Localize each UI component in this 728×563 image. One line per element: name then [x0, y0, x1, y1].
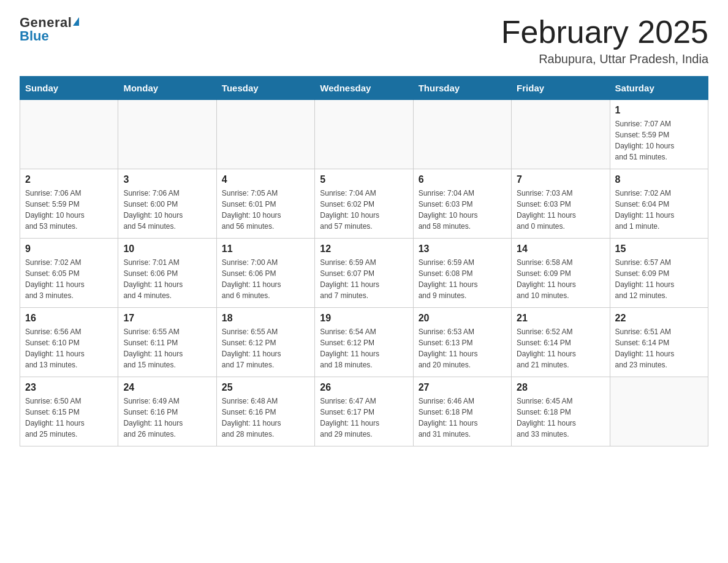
day-number: 7: [517, 174, 604, 185]
calendar-cell: 16Sunrise: 6:56 AM Sunset: 6:10 PM Dayli…: [20, 308, 118, 377]
calendar-cell: 27Sunrise: 6:46 AM Sunset: 6:18 PM Dayli…: [413, 377, 511, 446]
calendar-cell: 2Sunrise: 7:06 AM Sunset: 5:59 PM Daylig…: [20, 169, 118, 239]
day-info: Sunrise: 7:07 AM Sunset: 5:59 PM Dayligh…: [615, 118, 703, 163]
day-info: Sunrise: 6:46 AM Sunset: 6:18 PM Dayligh…: [419, 396, 506, 440]
calendar-cell: [118, 100, 216, 169]
day-info: Sunrise: 6:57 AM Sunset: 6:09 PM Dayligh…: [615, 257, 703, 301]
day-number: 1: [615, 105, 703, 116]
header-monday: Monday: [118, 77, 216, 100]
calendar-cell: 9Sunrise: 7:02 AM Sunset: 6:05 PM Daylig…: [20, 239, 118, 308]
header-friday: Friday: [512, 77, 610, 100]
day-number: 8: [615, 174, 703, 185]
day-info: Sunrise: 6:53 AM Sunset: 6:13 PM Dayligh…: [419, 326, 506, 370]
day-info: Sunrise: 6:56 AM Sunset: 6:10 PM Dayligh…: [25, 326, 113, 370]
day-number: 6: [419, 174, 506, 185]
calendar-cell: 12Sunrise: 6:59 AM Sunset: 6:07 PM Dayli…: [315, 239, 413, 308]
day-info: Sunrise: 6:58 AM Sunset: 6:09 PM Dayligh…: [517, 257, 604, 301]
calendar-cell: [512, 100, 610, 169]
page-header: General Blue February 2025 Rabupura, Utt…: [20, 15, 708, 66]
calendar-cell: 24Sunrise: 6:49 AM Sunset: 6:16 PM Dayli…: [118, 377, 216, 446]
logo-blue-text: Blue: [20, 28, 49, 44]
month-title: February 2025: [501, 15, 708, 50]
day-info: Sunrise: 7:00 AM Sunset: 6:06 PM Dayligh…: [222, 257, 309, 301]
calendar-cell: [610, 377, 708, 446]
calendar-cell: [315, 100, 413, 169]
calendar-cell: 19Sunrise: 6:54 AM Sunset: 6:12 PM Dayli…: [315, 308, 413, 377]
week-row-5: 23Sunrise: 6:50 AM Sunset: 6:15 PM Dayli…: [20, 377, 708, 446]
calendar-cell: 14Sunrise: 6:58 AM Sunset: 6:09 PM Dayli…: [512, 239, 610, 308]
calendar-table: SundayMondayTuesdayWednesdayThursdayFrid…: [20, 76, 708, 446]
day-number: 3: [123, 174, 211, 185]
calendar-cell: 28Sunrise: 6:45 AM Sunset: 6:18 PM Dayli…: [512, 377, 610, 446]
day-number: 17: [123, 313, 211, 324]
calendar-cell: 22Sunrise: 6:51 AM Sunset: 6:14 PM Dayli…: [610, 308, 708, 377]
day-number: 25: [222, 382, 309, 393]
calendar-cell: 1Sunrise: 7:07 AM Sunset: 5:59 PM Daylig…: [610, 100, 708, 169]
calendar-cell: [216, 100, 314, 169]
calendar-cell: 3Sunrise: 7:06 AM Sunset: 6:00 PM Daylig…: [118, 169, 216, 239]
day-info: Sunrise: 6:59 AM Sunset: 6:08 PM Dayligh…: [419, 257, 506, 301]
calendar-cell: 20Sunrise: 6:53 AM Sunset: 6:13 PM Dayli…: [413, 308, 511, 377]
calendar-header-row: SundayMondayTuesdayWednesdayThursdayFrid…: [20, 77, 708, 100]
day-info: Sunrise: 7:04 AM Sunset: 6:02 PM Dayligh…: [320, 188, 408, 232]
day-number: 23: [25, 382, 113, 393]
calendar-cell: 11Sunrise: 7:00 AM Sunset: 6:06 PM Dayli…: [216, 239, 314, 308]
day-info: Sunrise: 6:51 AM Sunset: 6:14 PM Dayligh…: [615, 326, 703, 370]
header-thursday: Thursday: [413, 77, 511, 100]
day-number: 14: [517, 243, 604, 255]
day-number: 12: [320, 243, 408, 255]
day-info: Sunrise: 6:52 AM Sunset: 6:14 PM Dayligh…: [517, 326, 604, 370]
calendar-cell: 17Sunrise: 6:55 AM Sunset: 6:11 PM Dayli…: [118, 308, 216, 377]
day-info: Sunrise: 7:05 AM Sunset: 6:01 PM Dayligh…: [222, 188, 309, 232]
day-number: 5: [320, 174, 408, 185]
week-row-1: 1Sunrise: 7:07 AM Sunset: 5:59 PM Daylig…: [20, 100, 708, 169]
day-number: 21: [517, 313, 604, 324]
day-info: Sunrise: 7:03 AM Sunset: 6:03 PM Dayligh…: [517, 188, 604, 232]
day-number: 11: [222, 243, 309, 255]
day-info: Sunrise: 6:50 AM Sunset: 6:15 PM Dayligh…: [25, 396, 113, 440]
day-info: Sunrise: 6:45 AM Sunset: 6:18 PM Dayligh…: [517, 396, 604, 440]
week-row-4: 16Sunrise: 6:56 AM Sunset: 6:10 PM Dayli…: [20, 308, 708, 377]
week-row-3: 9Sunrise: 7:02 AM Sunset: 6:05 PM Daylig…: [20, 239, 708, 308]
day-number: 24: [123, 382, 211, 393]
day-number: 26: [320, 382, 408, 393]
logo: General Blue: [20, 15, 79, 44]
day-info: Sunrise: 7:02 AM Sunset: 6:04 PM Dayligh…: [615, 188, 703, 232]
day-info: Sunrise: 6:49 AM Sunset: 6:16 PM Dayligh…: [123, 396, 211, 440]
calendar-cell: [413, 100, 511, 169]
logo-triangle-icon: [73, 17, 79, 26]
calendar-cell: 15Sunrise: 6:57 AM Sunset: 6:09 PM Dayli…: [610, 239, 708, 308]
day-number: 2: [25, 174, 113, 185]
day-number: 15: [615, 243, 703, 255]
day-number: 13: [419, 243, 506, 255]
day-number: 28: [517, 382, 604, 393]
calendar-cell: [20, 100, 118, 169]
calendar-cell: 8Sunrise: 7:02 AM Sunset: 6:04 PM Daylig…: [610, 169, 708, 239]
header-saturday: Saturday: [610, 77, 708, 100]
calendar-cell: 4Sunrise: 7:05 AM Sunset: 6:01 PM Daylig…: [216, 169, 314, 239]
day-info: Sunrise: 6:59 AM Sunset: 6:07 PM Dayligh…: [320, 257, 408, 301]
day-number: 16: [25, 313, 113, 324]
header-tuesday: Tuesday: [216, 77, 314, 100]
header-sunday: Sunday: [20, 77, 118, 100]
day-number: 20: [419, 313, 506, 324]
day-info: Sunrise: 6:55 AM Sunset: 6:12 PM Dayligh…: [222, 326, 309, 370]
day-info: Sunrise: 6:55 AM Sunset: 6:11 PM Dayligh…: [123, 326, 211, 370]
day-info: Sunrise: 7:06 AM Sunset: 5:59 PM Dayligh…: [25, 188, 113, 232]
day-number: 27: [419, 382, 506, 393]
calendar-cell: 10Sunrise: 7:01 AM Sunset: 6:06 PM Dayli…: [118, 239, 216, 308]
header-wednesday: Wednesday: [315, 77, 413, 100]
day-number: 9: [25, 243, 113, 255]
day-info: Sunrise: 6:54 AM Sunset: 6:12 PM Dayligh…: [320, 326, 408, 370]
day-number: 10: [123, 243, 211, 255]
calendar-cell: 6Sunrise: 7:04 AM Sunset: 6:03 PM Daylig…: [413, 169, 511, 239]
day-number: 18: [222, 313, 309, 324]
day-info: Sunrise: 6:47 AM Sunset: 6:17 PM Dayligh…: [320, 396, 408, 440]
calendar-cell: 26Sunrise: 6:47 AM Sunset: 6:17 PM Dayli…: [315, 377, 413, 446]
calendar-cell: 18Sunrise: 6:55 AM Sunset: 6:12 PM Dayli…: [216, 308, 314, 377]
day-info: Sunrise: 6:48 AM Sunset: 6:16 PM Dayligh…: [222, 396, 309, 440]
day-info: Sunrise: 7:04 AM Sunset: 6:03 PM Dayligh…: [419, 188, 506, 232]
calendar-cell: 25Sunrise: 6:48 AM Sunset: 6:16 PM Dayli…: [216, 377, 314, 446]
calendar-cell: 5Sunrise: 7:04 AM Sunset: 6:02 PM Daylig…: [315, 169, 413, 239]
day-info: Sunrise: 7:02 AM Sunset: 6:05 PM Dayligh…: [25, 257, 113, 301]
